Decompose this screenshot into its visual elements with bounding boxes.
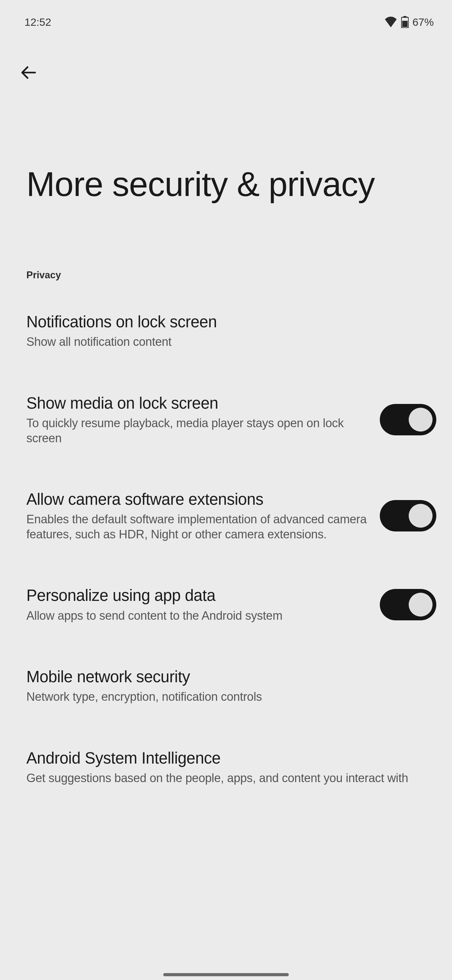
item-android-system-intelligence[interactable]: Android System Intelligence Get suggesti…: [0, 705, 452, 786]
item-notifications-on-lock-screen[interactable]: Notifications on lock screen Show all no…: [0, 281, 452, 350]
item-subtitle: Network type, encryption, notification c…: [26, 689, 436, 705]
item-title: Notifications on lock screen: [26, 312, 436, 331]
item-mobile-network-security[interactable]: Mobile network security Network type, en…: [0, 623, 452, 705]
section-header-privacy: Privacy: [0, 204, 452, 281]
battery-percent: 67%: [412, 16, 434, 28]
toggle-camera-extensions[interactable]: [380, 500, 436, 531]
item-show-media-on-lock-screen[interactable]: Show media on lock screen To quickly res…: [0, 350, 452, 446]
svg-rect-1: [403, 16, 406, 18]
item-title: Personalize using app data: [26, 586, 367, 605]
status-time: 12:52: [24, 16, 51, 28]
arrow-left-icon: [20, 64, 36, 82]
toggle-show-media[interactable]: [380, 404, 436, 435]
status-right: 67%: [384, 16, 434, 28]
item-subtitle: Enables the default software implementat…: [26, 512, 367, 542]
item-title: Mobile network security: [26, 667, 436, 686]
gesture-nav-handle[interactable]: [163, 973, 289, 976]
item-subtitle: Show all notification content: [26, 334, 436, 350]
status-bar: 12:52 67%: [0, 0, 452, 35]
item-title: Allow camera software extensions: [26, 490, 367, 509]
wifi-icon: [384, 17, 397, 27]
svg-rect-2: [402, 21, 408, 27]
toggle-personalize[interactable]: [380, 589, 436, 620]
item-subtitle: Allow apps to send content to the Androi…: [26, 608, 367, 624]
item-subtitle: To quickly resume playback, media player…: [26, 416, 367, 446]
item-subtitle: Get suggestions based on the people, app…: [26, 771, 436, 786]
item-title: Show media on lock screen: [26, 394, 367, 413]
item-title: Android System Intelligence: [26, 749, 436, 768]
item-personalize-app-data[interactable]: Personalize using app data Allow apps to…: [0, 542, 452, 623]
item-camera-software-extensions[interactable]: Allow camera software extensions Enables…: [0, 446, 452, 542]
battery-icon: [401, 16, 409, 28]
back-button[interactable]: [18, 63, 38, 83]
page-title: More security & privacy: [0, 83, 452, 204]
